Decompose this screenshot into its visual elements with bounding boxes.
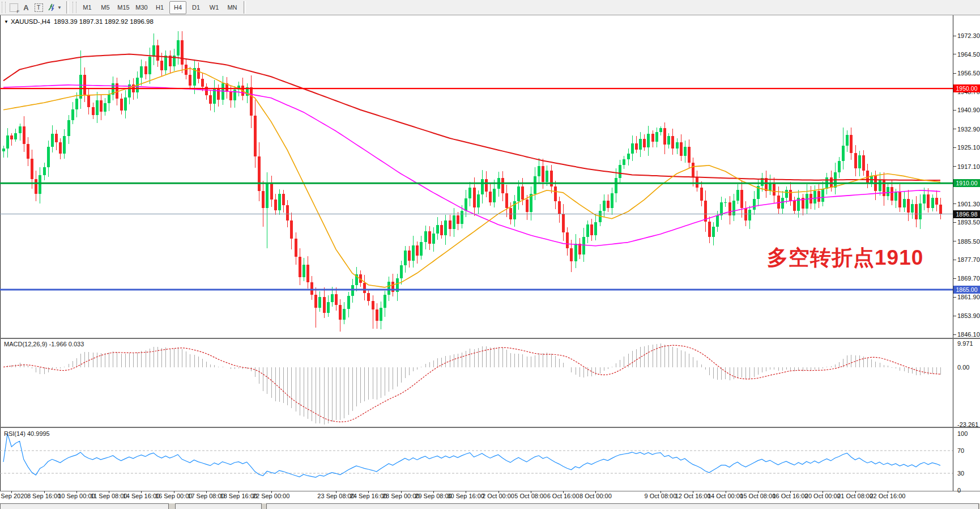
grid-icon: F [10,3,18,12]
price-tick [953,203,956,204]
panel-separator [0,491,980,491]
timeframe-mn-button[interactable]: MN [224,1,241,14]
timeframe-d1-button[interactable]: D1 [188,1,204,14]
date-label: 11 Sep 08:00 [91,493,127,499]
rsi-axis-label: 30 [957,470,964,477]
chart-annotation-text: 多空转折点1910 [767,244,923,272]
toolbar: F A T ▼ M1 M5 M15 M30 H1 H4 D1 W1 MN [0,0,980,15]
date-label: 22 Sep 00:00 [253,493,289,499]
objects-button[interactable]: ▼ [45,2,64,14]
price-tick [953,334,956,335]
price-tick [953,260,956,260]
price-tick-label: 1893.50 [957,219,980,226]
timeframe-m15-button[interactable]: M15 [115,1,132,14]
rsi-label: RSI(14) 40.9995 [4,430,50,437]
timeframe-h1-button[interactable]: H1 [151,1,168,14]
rsi-axis-label: 0 [957,487,961,494]
macd-axis-label: -23.261 [957,421,978,428]
price-tick-label: 1932.90 [957,126,980,133]
price-tick-label: 1925.10 [957,144,980,151]
date-label: 24 Sep 16:00 [350,493,387,499]
date-label: 10 Sep 00:00 [58,493,95,499]
add-textbox-button[interactable]: T [32,2,45,14]
price-tick [953,147,956,148]
timeframe-m5-button[interactable]: M5 [97,1,114,14]
date-label: 9 Oct 08:00 [644,493,676,499]
date-label: 14 Oct 00:00 [708,493,743,499]
timeframe-m30-button[interactable]: M30 [133,1,150,14]
price-tick [953,36,956,36]
price-tick-label: 1956.50 [957,70,980,77]
date-label: 14 Sep 16:00 [123,493,160,499]
toolbar-separator [244,1,246,14]
rsi-axis-label: 70 [957,447,964,454]
price-tick-label: 1877.70 [957,256,980,263]
date-label: 8 Sep 16:00 [27,493,61,499]
date-label: 16 Sep 00:00 [155,493,192,499]
price-tick-label: 1964.50 [957,51,980,58]
macd-axis-label: 9.971 [957,340,973,347]
price-tick-label: 1885.50 [957,238,980,245]
price-tick-label: 1861.90 [957,294,980,300]
date-label: 8 Oct 00:00 [580,493,612,499]
macd-axis-label: 0.00 [957,364,969,371]
price-tick [953,54,956,54]
collapse-triangle-icon[interactable]: ▼ [4,19,8,24]
date-label: 28 Sep 00:00 [382,493,419,499]
price-tick-label: 1972.30 [957,32,980,39]
timeframe-m1-button[interactable]: M1 [79,1,96,14]
date-label: 5 Oct 08:00 [514,493,547,499]
toolbar-drag-handle[interactable] [2,2,6,13]
price-tick [953,297,956,298]
price-tick [953,241,956,241]
chart-tab[interactable] [0,503,169,509]
macd-panel-canvas[interactable] [0,339,953,427]
main-chart-canvas[interactable] [0,15,953,338]
price-tick [953,129,956,129]
date-label: 15 Oct 08:00 [740,493,776,499]
price-tick [953,222,956,223]
letter-a-icon: A [23,3,28,12]
rsi-axis-label: 100 [957,430,968,437]
price-tick-label: 1917.10 [957,163,980,170]
chevron-down-icon: ▼ [57,5,62,10]
chart-grid-button[interactable]: F [7,2,20,14]
hline-price-box: 1950.00 [953,84,980,92]
toolbar-separator [66,1,69,14]
toolbar-drag-handle[interactable] [73,2,76,13]
date-label: 7 Sep 2020 [0,493,27,499]
price-tick [953,110,956,111]
date-label: 6 Oct 16:00 [547,493,580,499]
date-label: 30 Sep 16:00 [447,493,484,499]
ohlc-values: 1893.39 1897.31 1892.92 1896.98 [54,18,154,25]
price-tick [953,278,956,279]
chart-header: ▼XAUUSD-,H4 1893.39 1897.31 1892.92 1896… [4,18,154,25]
price-tick-label: 1869.70 [957,275,980,282]
add-label-button[interactable]: A [20,2,32,14]
rsi-value: 40.9995 [27,430,50,437]
chart-tab[interactable] [266,503,979,509]
mt4-window: F A T ▼ M1 M5 M15 M30 H1 H4 D1 W1 MN [0,0,980,509]
date-label: 18 Sep 16:00 [220,493,257,499]
timeframe-h4-button[interactable]: H4 [169,1,186,14]
price-tick [953,166,956,167]
macd-main-value: -1.966 [49,341,66,347]
hline-price-box: 1865.00 [953,286,980,294]
date-label: 12 Oct 16:00 [675,493,711,499]
date-label: 20 Oct 00:00 [805,493,841,499]
price-tick-label: 1846.10 [957,331,980,338]
price-tick-label: 1853.90 [957,312,980,319]
date-label: 29 Sep 08:00 [415,493,451,499]
bottom-tab-strip [0,503,980,509]
letter-t-icon: T [35,3,43,12]
date-label: 2 Oct 00:00 [482,493,514,499]
hline-price-box: 1910.00 [953,179,980,187]
rsi-panel-canvas[interactable] [0,428,953,491]
price-tick-label: 1940.90 [957,107,980,113]
timeframe-w1-button[interactable]: W1 [206,1,223,14]
price-tick-label: 1901.30 [957,201,980,207]
date-label: 17 Sep 08:00 [188,493,224,499]
date-label: 23 Sep 08:00 [317,493,354,499]
symbol-label: XAUUSD-,H4 [11,18,50,25]
chart-tab[interactable] [175,503,262,509]
